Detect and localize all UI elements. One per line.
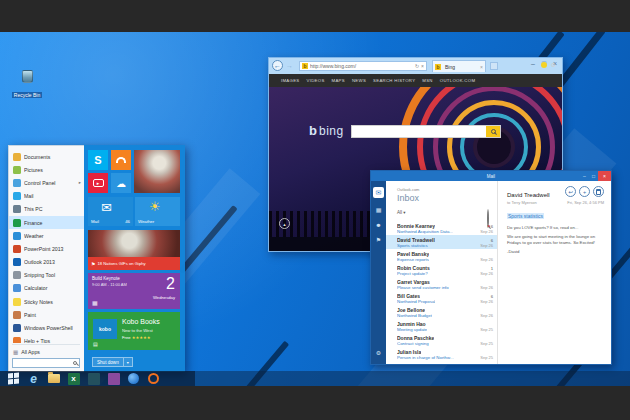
start-menu-item[interactable]: Snipping Tool xyxy=(9,269,84,282)
delete-button[interactable] xyxy=(593,186,604,197)
mail-list-item[interactable]: Bonnie Kearney ⚑6 Northwind Acquisition … xyxy=(386,221,498,235)
start-menu-item[interactable]: Pictures xyxy=(9,163,84,176)
minimize-button[interactable]: – xyxy=(580,171,589,181)
tile-video[interactable]: ▸ xyxy=(88,173,108,193)
bing-search-box[interactable] xyxy=(351,125,501,138)
kobo-subtitle: New to the West xyxy=(122,328,153,333)
mail-app-icon[interactable]: ✉ xyxy=(373,187,384,198)
people-icon[interactable]: ☻ xyxy=(375,222,381,228)
back-button[interactable]: ← xyxy=(272,60,283,71)
bing-nav-item[interactable]: MSN xyxy=(422,78,432,83)
taskbar-icon-internet-explorer[interactable]: e xyxy=(27,372,40,385)
bing-nav-bar: IMAGESVIDEOSMAPSNEWSSEARCH HISTORYMSNOUT… xyxy=(269,74,562,87)
start-search-input[interactable] xyxy=(15,360,73,366)
mail-titlebar[interactable]: Mail – □ × xyxy=(371,171,611,181)
recycle-bin-icon xyxy=(22,70,33,83)
bing-nav-item[interactable]: MAPS xyxy=(332,78,345,83)
taskbar-icon-store[interactable] xyxy=(107,372,120,385)
tile-skype[interactable]: S xyxy=(88,150,108,170)
tile-mail[interactable]: ✉ Mail 46 xyxy=(88,197,133,226)
start-search-box[interactable] xyxy=(12,358,80,368)
all-apps-button[interactable]: ▦ All Apps xyxy=(9,346,83,357)
start-menu-item-label: This PC xyxy=(24,206,81,212)
tile-onedrive[interactable]: ☁ xyxy=(111,173,131,193)
shut-down-options-chevron[interactable]: ▾ xyxy=(124,357,133,367)
new-mail-button[interactable]: + xyxy=(579,186,590,197)
taskbar-icon-excel[interactable]: x xyxy=(67,372,80,385)
address-bar[interactable]: b ↻ × xyxy=(299,61,427,71)
recycle-bin[interactable]: Recycle Bin xyxy=(8,70,46,101)
filter-dropdown[interactable]: All ▾ xyxy=(397,210,406,215)
bing-search-input[interactable] xyxy=(352,126,486,137)
tile-sports-news[interactable]: ⚑ 18 Nations GIFs on Giphy xyxy=(88,230,180,270)
taskbar-icon-help-tips[interactable] xyxy=(147,372,160,385)
sun-icon: ☀ xyxy=(149,199,161,214)
mail-list-item[interactable]: Garret Vargas Please send customer info … xyxy=(386,277,498,291)
start-menu-item[interactable]: Windows PowerShell xyxy=(9,321,84,334)
tile-kobo-books[interactable]: kobo Kobo Books New to the West Free★★★★… xyxy=(88,312,180,350)
taskbar-icon-blue-app[interactable] xyxy=(127,372,140,385)
settings-icon[interactable]: ⚙ xyxy=(376,350,381,356)
gear-icon[interactable]: ⚙ xyxy=(551,61,556,68)
mail-list-item[interactable]: Zrinka Makovac xyxy=(386,361,498,364)
mail-list-panel: Outlook.com Inbox All ▾ Bonnie Kearney ⚑… xyxy=(386,181,498,364)
start-button[interactable] xyxy=(7,372,20,385)
start-menu-item[interactable]: Control Panel ▸ xyxy=(9,176,84,189)
app-icon xyxy=(13,258,21,266)
start-menu-item[interactable]: This PC xyxy=(9,203,84,216)
start-menu-item[interactable]: Weather xyxy=(9,229,84,242)
start-menu-item[interactable]: Paint xyxy=(9,308,84,321)
mail-list-item[interactable]: Joe Bellone Northwind Budget Sep 26 xyxy=(386,305,498,319)
start-menu-item[interactable]: Documents xyxy=(9,150,84,163)
video-icon: ▸ xyxy=(93,179,104,187)
close-button[interactable]: × xyxy=(598,171,611,181)
stop-icon[interactable]: × xyxy=(421,63,424,69)
mail-list-item[interactable]: Junmin Hao Meeting update Sep 25 xyxy=(386,319,498,333)
maximize-button[interactable]: □ xyxy=(589,171,598,181)
start-menu-item-label: Documents xyxy=(24,154,81,160)
tile-photos[interactable] xyxy=(134,150,180,193)
start-menu-item[interactable]: PowerPoint 2013 xyxy=(9,242,84,255)
app-icon xyxy=(13,166,21,174)
refresh-icon[interactable]: ↻ xyxy=(415,63,419,69)
browser-tab[interactable]: b Bing × xyxy=(432,60,486,72)
scene-up-button[interactable]: ▴ xyxy=(279,218,290,229)
mail-list-item[interactable]: Julian Isla Person in charge of Northw..… xyxy=(386,347,498,361)
app-icon xyxy=(13,311,21,319)
sender-name: Robin Counts xyxy=(397,265,430,271)
start-menu-item[interactable]: Sticky Notes xyxy=(9,295,84,308)
tab-close-icon[interactable]: × xyxy=(480,64,483,70)
minimize-button[interactable]: – xyxy=(528,60,538,67)
flag-icon[interactable]: ⚑ xyxy=(376,237,381,243)
mail-list-item[interactable]: Robin Counts 1 Project update? Sep 26 xyxy=(386,263,498,277)
tile-calendar[interactable]: Build Keynote 9:00 AM - 11:00 AM 2 Wedne… xyxy=(88,273,180,309)
url-input[interactable] xyxy=(310,63,413,69)
shut-down-button[interactable]: Shut down xyxy=(92,357,124,367)
start-menu-item[interactable]: Outlook 2013 xyxy=(9,256,84,269)
bing-nav-item[interactable]: OUTLOOK.COM xyxy=(440,78,476,83)
bing-nav-item[interactable]: IMAGES xyxy=(281,78,300,83)
bing-nav-item[interactable]: VIDEOS xyxy=(307,78,325,83)
mail-list-item[interactable]: Pavel Bansky Expense reports Sep 26 xyxy=(386,249,498,263)
bing-search-button[interactable] xyxy=(486,126,500,137)
mail-list-item[interactable]: Bill Gates 6 Northwind Proposal Sep 26 xyxy=(386,291,498,305)
browser-titlebar[interactable]: ← → b ↻ × b Bing × – □ × xyxy=(269,58,562,74)
new-tab-button[interactable] xyxy=(490,62,498,70)
tile-weather[interactable]: ☀ Weather xyxy=(135,197,180,226)
forward-button[interactable]: → xyxy=(286,62,293,69)
mail-list-item[interactable]: Donna Paschke Contract signing Sep 25 xyxy=(386,333,498,347)
start-menu-item[interactable]: Finance xyxy=(9,216,84,229)
mail-list-item[interactable]: David Treadwell 6 Sports statistics Sep … xyxy=(386,235,498,249)
start-menu-item[interactable]: Mail xyxy=(9,190,84,203)
bing-nav-item[interactable]: NEWS xyxy=(352,78,366,83)
bing-nav-item[interactable]: SEARCH HISTORY xyxy=(373,78,415,83)
start-menu-item[interactable]: Calculator xyxy=(9,282,84,295)
taskbar-icon-file-explorer[interactable] xyxy=(47,372,60,385)
feedback-smiley-icon[interactable] xyxy=(541,62,547,68)
taskbar-icon-photos[interactable] xyxy=(87,372,100,385)
app-icon xyxy=(13,179,21,187)
tile-music[interactable] xyxy=(111,150,131,170)
reply-button[interactable]: ↩ xyxy=(565,186,576,197)
calendar-icon[interactable]: ▦ xyxy=(376,207,382,213)
search-icon xyxy=(73,361,77,365)
